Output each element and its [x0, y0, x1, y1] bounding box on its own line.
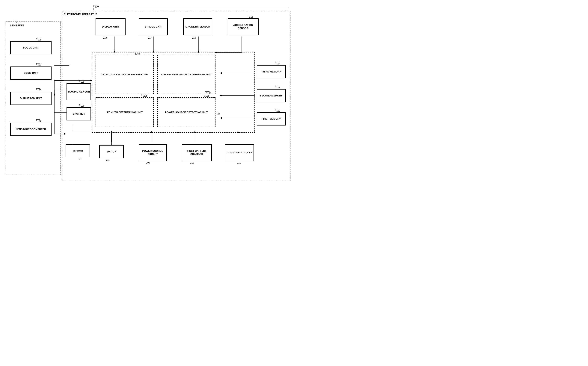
magnetic-sensor-box: MAGNETIC SENSOR [183, 18, 212, 35]
ref113-bracket [275, 85, 279, 88]
first-battery-chamber-box: FIRST BATTERY CHAMBER [182, 144, 212, 161]
ref111: 111 [237, 161, 241, 164]
acceleration-sensor-box: ACCELERATION SENSOR [228, 18, 259, 35]
ref117: 117 [148, 37, 152, 39]
shutter-box: SHUTTER [67, 107, 91, 121]
lens-microcomputer-box: LENS MICROCOMPUTER [10, 123, 52, 136]
focus-unit-box: FOCUS UNIT [10, 41, 52, 54]
power-source-circuit-box: POWER SOURCE CIRCUIT [139, 144, 167, 161]
ref112-bracket [275, 109, 279, 111]
ref101-bracket [36, 38, 40, 40]
ref100-bracket [93, 5, 98, 7]
ref102-bracket [36, 63, 40, 65]
first-memory-box: FIRST MEMORY [257, 112, 286, 125]
ref118c-bracket [133, 52, 139, 54]
diaphragm-unit-box: DIAPHRAGM UNIT [10, 92, 52, 105]
electronic-apparatus-label: ELECTRONIC APPARATUS [64, 13, 97, 16]
switch-box: SWITCH [99, 145, 124, 158]
lens-unit-label: LENS UNIT [10, 24, 24, 27]
ref104-bracket [36, 119, 40, 121]
communication-if-box: COMMUNICATION I/F [225, 144, 254, 161]
ref116: 116 [192, 37, 196, 39]
display-unit-box: DISPLAY UNIT [96, 18, 125, 35]
mirror-box: MIRROR [66, 144, 90, 157]
zoom-unit-box: ZOOM UNIT [10, 67, 52, 80]
ref118b-bracket [204, 91, 210, 93]
imaging-sensor-box: IMAGING SENSOR [67, 83, 91, 100]
detection-value-correcting-unit-box: DETECTION VALUE CORRECTING UNIT [96, 55, 154, 94]
ref118d-bracket [140, 94, 146, 96]
ref115-bracket [247, 15, 252, 17]
third-memory-box: THIRD MEMORY [257, 65, 286, 78]
power-source-detecting-unit-box: POWER SOURCE DETECTING UNIT [157, 97, 216, 127]
ref106-bracket [79, 104, 83, 106]
diagram-container: ELECTRONIC APPARATUS LENS UNIT 120 100 F… [0, 0, 294, 183]
ref108: 108 [106, 159, 110, 162]
ref103-bracket [36, 88, 40, 90]
second-memory-box: SECOND MEMORY [257, 89, 286, 102]
ref120-bracket [14, 20, 20, 23]
ref109: 109 [146, 161, 150, 164]
strobe-unit-box: STROBE UNIT [139, 18, 168, 35]
ref105-bracket [79, 80, 83, 82]
ref119: 119 [103, 37, 107, 39]
azimuth-determining-unit-box: AZIMUTH DETERMINING UNIT [96, 97, 154, 127]
ref114-bracket [275, 61, 279, 64]
ref118a-bracket [202, 94, 208, 96]
ref107: 107 [79, 158, 82, 161]
ref110: 110 [190, 161, 194, 164]
correction-value-determining-unit-box: CORRECTION VALUE DETERMINING UNIT [157, 55, 216, 94]
